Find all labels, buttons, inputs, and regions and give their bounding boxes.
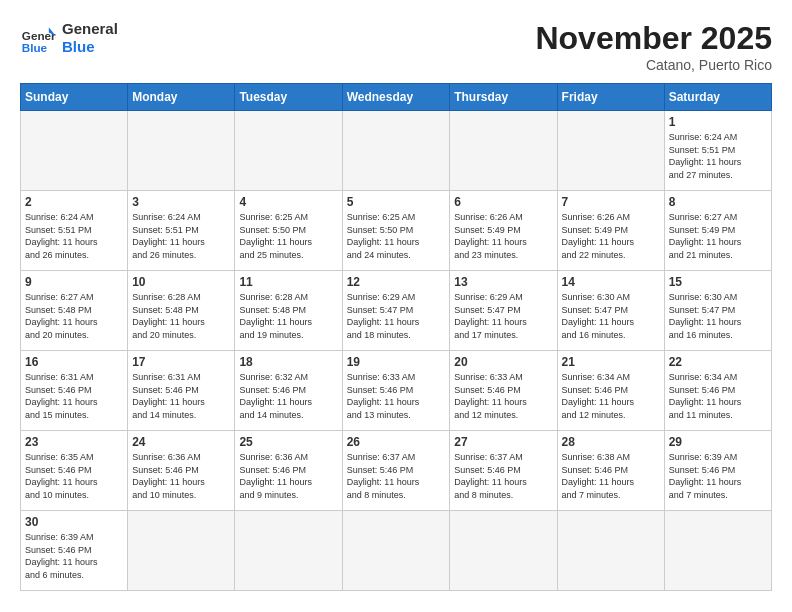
calendar-cell — [235, 111, 342, 191]
header-saturday: Saturday — [664, 84, 771, 111]
calendar-cell — [235, 511, 342, 591]
calendar-cell: 4Sunrise: 6:25 AM Sunset: 5:50 PM Daylig… — [235, 191, 342, 271]
day-number: 23 — [25, 435, 123, 449]
calendar-cell: 1Sunrise: 6:24 AM Sunset: 5:51 PM Daylig… — [664, 111, 771, 191]
day-info: Sunrise: 6:39 AM Sunset: 5:46 PM Dayligh… — [669, 451, 767, 501]
calendar-cell: 2Sunrise: 6:24 AM Sunset: 5:51 PM Daylig… — [21, 191, 128, 271]
svg-text:Blue: Blue — [22, 41, 48, 54]
calendar-week-6: 30Sunrise: 6:39 AM Sunset: 5:46 PM Dayli… — [21, 511, 772, 591]
day-number: 17 — [132, 355, 230, 369]
calendar-week-3: 9Sunrise: 6:27 AM Sunset: 5:48 PM Daylig… — [21, 271, 772, 351]
day-info: Sunrise: 6:24 AM Sunset: 5:51 PM Dayligh… — [669, 131, 767, 181]
calendar-week-5: 23Sunrise: 6:35 AM Sunset: 5:46 PM Dayli… — [21, 431, 772, 511]
calendar-cell: 13Sunrise: 6:29 AM Sunset: 5:47 PM Dayli… — [450, 271, 557, 351]
day-info: Sunrise: 6:29 AM Sunset: 5:47 PM Dayligh… — [347, 291, 446, 341]
calendar-cell: 10Sunrise: 6:28 AM Sunset: 5:48 PM Dayli… — [128, 271, 235, 351]
calendar-cell — [450, 511, 557, 591]
day-number: 18 — [239, 355, 337, 369]
day-info: Sunrise: 6:30 AM Sunset: 5:47 PM Dayligh… — [562, 291, 660, 341]
calendar-cell: 25Sunrise: 6:36 AM Sunset: 5:46 PM Dayli… — [235, 431, 342, 511]
day-number: 4 — [239, 195, 337, 209]
calendar-cell: 30Sunrise: 6:39 AM Sunset: 5:46 PM Dayli… — [21, 511, 128, 591]
calendar-cell: 22Sunrise: 6:34 AM Sunset: 5:46 PM Dayli… — [664, 351, 771, 431]
day-number: 8 — [669, 195, 767, 209]
day-number: 10 — [132, 275, 230, 289]
calendar-cell — [128, 511, 235, 591]
calendar-cell: 8Sunrise: 6:27 AM Sunset: 5:49 PM Daylig… — [664, 191, 771, 271]
day-info: Sunrise: 6:29 AM Sunset: 5:47 PM Dayligh… — [454, 291, 552, 341]
day-info: Sunrise: 6:24 AM Sunset: 5:51 PM Dayligh… — [25, 211, 123, 261]
weekday-row: Sunday Monday Tuesday Wednesday Thursday… — [21, 84, 772, 111]
day-number: 13 — [454, 275, 552, 289]
calendar-cell: 15Sunrise: 6:30 AM Sunset: 5:47 PM Dayli… — [664, 271, 771, 351]
day-info: Sunrise: 6:36 AM Sunset: 5:46 PM Dayligh… — [132, 451, 230, 501]
calendar-cell: 5Sunrise: 6:25 AM Sunset: 5:50 PM Daylig… — [342, 191, 450, 271]
day-number: 5 — [347, 195, 446, 209]
calendar-cell — [557, 111, 664, 191]
day-number: 3 — [132, 195, 230, 209]
day-info: Sunrise: 6:28 AM Sunset: 5:48 PM Dayligh… — [132, 291, 230, 341]
header-thursday: Thursday — [450, 84, 557, 111]
day-info: Sunrise: 6:36 AM Sunset: 5:46 PM Dayligh… — [239, 451, 337, 501]
calendar-cell: 11Sunrise: 6:28 AM Sunset: 5:48 PM Dayli… — [235, 271, 342, 351]
calendar-cell: 20Sunrise: 6:33 AM Sunset: 5:46 PM Dayli… — [450, 351, 557, 431]
calendar-week-2: 2Sunrise: 6:24 AM Sunset: 5:51 PM Daylig… — [21, 191, 772, 271]
location: Catano, Puerto Rico — [535, 57, 772, 73]
calendar-cell: 17Sunrise: 6:31 AM Sunset: 5:46 PM Dayli… — [128, 351, 235, 431]
day-info: Sunrise: 6:31 AM Sunset: 5:46 PM Dayligh… — [132, 371, 230, 421]
calendar-cell: 6Sunrise: 6:26 AM Sunset: 5:49 PM Daylig… — [450, 191, 557, 271]
day-number: 19 — [347, 355, 446, 369]
day-info: Sunrise: 6:37 AM Sunset: 5:46 PM Dayligh… — [454, 451, 552, 501]
day-number: 29 — [669, 435, 767, 449]
calendar-cell: 16Sunrise: 6:31 AM Sunset: 5:46 PM Dayli… — [21, 351, 128, 431]
calendar-cell — [342, 511, 450, 591]
calendar-cell: 3Sunrise: 6:24 AM Sunset: 5:51 PM Daylig… — [128, 191, 235, 271]
calendar-cell: 9Sunrise: 6:27 AM Sunset: 5:48 PM Daylig… — [21, 271, 128, 351]
day-info: Sunrise: 6:35 AM Sunset: 5:46 PM Dayligh… — [25, 451, 123, 501]
header-sunday: Sunday — [21, 84, 128, 111]
day-number: 11 — [239, 275, 337, 289]
calendar-cell: 7Sunrise: 6:26 AM Sunset: 5:49 PM Daylig… — [557, 191, 664, 271]
calendar-cell: 26Sunrise: 6:37 AM Sunset: 5:46 PM Dayli… — [342, 431, 450, 511]
day-number: 26 — [347, 435, 446, 449]
logo-general-text: General — [62, 20, 118, 38]
title-block: November 2025 Catano, Puerto Rico — [535, 20, 772, 73]
day-info: Sunrise: 6:28 AM Sunset: 5:48 PM Dayligh… — [239, 291, 337, 341]
calendar-cell: 23Sunrise: 6:35 AM Sunset: 5:46 PM Dayli… — [21, 431, 128, 511]
calendar-cell: 29Sunrise: 6:39 AM Sunset: 5:46 PM Dayli… — [664, 431, 771, 511]
day-number: 6 — [454, 195, 552, 209]
day-info: Sunrise: 6:26 AM Sunset: 5:49 PM Dayligh… — [454, 211, 552, 261]
day-info: Sunrise: 6:26 AM Sunset: 5:49 PM Dayligh… — [562, 211, 660, 261]
month-title: November 2025 — [535, 20, 772, 57]
day-number: 27 — [454, 435, 552, 449]
day-number: 15 — [669, 275, 767, 289]
calendar-cell: 18Sunrise: 6:32 AM Sunset: 5:46 PM Dayli… — [235, 351, 342, 431]
day-info: Sunrise: 6:30 AM Sunset: 5:47 PM Dayligh… — [669, 291, 767, 341]
calendar-cell: 19Sunrise: 6:33 AM Sunset: 5:46 PM Dayli… — [342, 351, 450, 431]
day-info: Sunrise: 6:31 AM Sunset: 5:46 PM Dayligh… — [25, 371, 123, 421]
day-info: Sunrise: 6:27 AM Sunset: 5:48 PM Dayligh… — [25, 291, 123, 341]
day-info: Sunrise: 6:25 AM Sunset: 5:50 PM Dayligh… — [239, 211, 337, 261]
day-number: 25 — [239, 435, 337, 449]
calendar-body: 1Sunrise: 6:24 AM Sunset: 5:51 PM Daylig… — [21, 111, 772, 591]
day-info: Sunrise: 6:32 AM Sunset: 5:46 PM Dayligh… — [239, 371, 337, 421]
calendar-week-4: 16Sunrise: 6:31 AM Sunset: 5:46 PM Dayli… — [21, 351, 772, 431]
day-number: 28 — [562, 435, 660, 449]
header-friday: Friday — [557, 84, 664, 111]
day-number: 7 — [562, 195, 660, 209]
day-number: 16 — [25, 355, 123, 369]
calendar-cell — [342, 111, 450, 191]
day-info: Sunrise: 6:33 AM Sunset: 5:46 PM Dayligh… — [347, 371, 446, 421]
calendar-week-1: 1Sunrise: 6:24 AM Sunset: 5:51 PM Daylig… — [21, 111, 772, 191]
calendar-table: Sunday Monday Tuesday Wednesday Thursday… — [20, 83, 772, 591]
day-number: 21 — [562, 355, 660, 369]
logo-icon: General Blue — [20, 20, 56, 56]
header-tuesday: Tuesday — [235, 84, 342, 111]
day-number: 12 — [347, 275, 446, 289]
logo-blue-text: Blue — [62, 38, 118, 56]
day-info: Sunrise: 6:39 AM Sunset: 5:46 PM Dayligh… — [25, 531, 123, 581]
calendar-cell — [664, 511, 771, 591]
calendar-cell — [128, 111, 235, 191]
page-header: General Blue General Blue November 2025 … — [20, 20, 772, 73]
calendar-cell: 21Sunrise: 6:34 AM Sunset: 5:46 PM Dayli… — [557, 351, 664, 431]
